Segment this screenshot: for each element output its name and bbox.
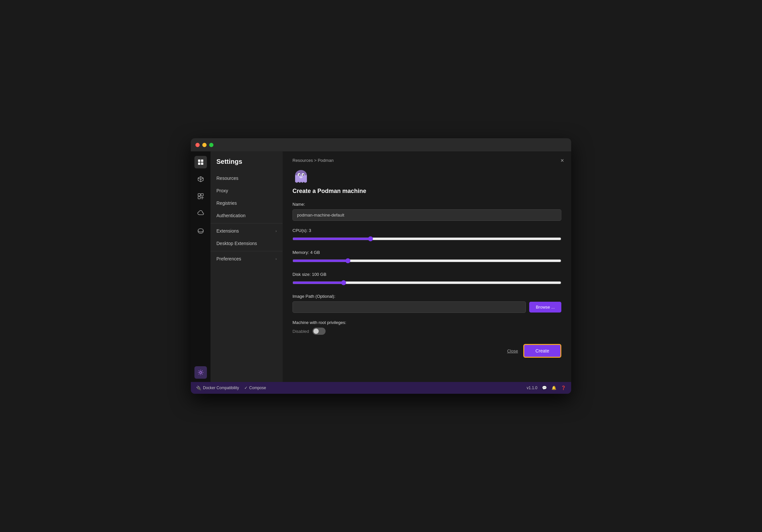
create-button[interactable]: Create (523, 344, 561, 358)
name-label: Name: (292, 202, 561, 207)
memory-slider-section: Memory: 4 GB (292, 250, 561, 265)
sidebar-divider-2 (210, 251, 283, 251)
nav-icon-volume[interactable] (194, 224, 207, 236)
svg-rect-5 (201, 194, 203, 196)
main-content: × Resources > Podman Create a Podman mac… (283, 151, 571, 382)
svg-rect-4 (198, 194, 200, 196)
root-privileges-label: Machine with root privileges: (292, 320, 561, 325)
svg-point-15 (299, 176, 303, 178)
close-button[interactable]: × (559, 156, 565, 166)
app-body: Settings Resources Proxy Registries Auth… (191, 151, 571, 382)
maximize-traffic-light[interactable] (209, 143, 213, 147)
browse-button[interactable]: Browse ... (529, 302, 561, 312)
sidebar-item-extensions-label: Extensions (216, 228, 239, 233)
status-bar: 🔌 Docker Compatibility ✓ Compose v1.1.0 … (191, 382, 571, 394)
cpu-label: CPU(s): 3 (292, 228, 561, 233)
nav-icon-cube[interactable] (194, 173, 207, 185)
sidebar-item-authentication-label: Authentication (216, 213, 246, 218)
svg-point-13 (299, 174, 300, 175)
svg-rect-0 (198, 160, 200, 162)
disk-slider[interactable] (292, 280, 561, 285)
chevron-right-icon: › (275, 229, 277, 233)
page-title: Create a Podman machine (292, 188, 561, 195)
sidebar-item-desktop-extensions[interactable]: Desktop Extensions (210, 237, 283, 250)
sidebar-item-extensions[interactable]: Extensions › (210, 225, 283, 237)
close-link-button[interactable]: Close (507, 349, 518, 354)
name-form-group: Name: (292, 202, 561, 221)
help-icon[interactable]: ❓ (561, 386, 566, 390)
compose-check-icon: ✓ (244, 386, 248, 390)
minimize-traffic-light[interactable] (202, 143, 206, 147)
sidebar-title: Settings (210, 158, 283, 172)
bell-icon[interactable]: 🔔 (552, 386, 557, 390)
podman-icon (292, 167, 310, 184)
breadcrumb: Resources > Podman (292, 158, 561, 163)
image-path-input[interactable] (292, 301, 526, 313)
cpu-slider-section: CPU(s): 3 (292, 228, 561, 243)
svg-rect-6 (198, 197, 200, 199)
toggle-row: Disabled (292, 328, 561, 335)
sidebar-item-resources[interactable]: Resources (210, 172, 283, 184)
nav-icon-settings[interactable] (194, 366, 207, 379)
svg-point-7 (198, 229, 203, 232)
sidebar-item-desktop-extensions-label: Desktop Extensions (216, 241, 257, 246)
compose-item[interactable]: ✓ Compose (244, 386, 266, 390)
app-window: Settings Resources Proxy Registries Auth… (191, 138, 571, 394)
sidebar-item-proxy-label: Proxy (216, 188, 228, 193)
image-path-label: Image Path (Optional): (292, 294, 561, 299)
icon-bar-bottom (194, 366, 207, 379)
disk-slider-section: Disk size: 100 GB (292, 272, 561, 287)
svg-rect-1 (201, 160, 203, 162)
chevron-right-icon-preferences: › (275, 257, 277, 261)
icon-bar (191, 151, 210, 382)
toggle-knob (313, 329, 319, 334)
svg-point-14 (303, 174, 304, 175)
docker-compat-label: Docker Compatibility (203, 386, 239, 390)
cpu-slider[interactable] (292, 236, 561, 241)
root-privileges-form-group: Machine with root privileges: Disabled (292, 320, 561, 335)
sidebar-item-authentication[interactable]: Authentication (210, 209, 283, 222)
image-path-form-group: Image Path (Optional): Browse ... (292, 294, 561, 313)
svg-rect-3 (201, 163, 203, 165)
sidebar-item-resources-label: Resources (216, 175, 238, 181)
compose-label: Compose (249, 386, 266, 390)
close-traffic-light[interactable] (195, 143, 200, 147)
chat-icon[interactable]: 💬 (542, 386, 547, 390)
docker-compat-item[interactable]: 🔌 Docker Compatibility (196, 386, 239, 390)
toggle-disabled-label: Disabled (292, 329, 309, 334)
traffic-lights (195, 143, 213, 147)
titlebar (191, 138, 571, 151)
svg-point-8 (200, 371, 202, 373)
version-label: v1.1.0 (527, 386, 537, 390)
svg-rect-2 (198, 163, 200, 165)
name-input[interactable] (292, 209, 561, 221)
nav-icon-cloud[interactable] (194, 207, 207, 220)
status-bar-right: v1.1.0 💬 🔔 ❓ (527, 386, 566, 390)
nav-icon-grid[interactable] (194, 156, 207, 168)
sidebar-item-registries-label: Registries (216, 200, 237, 206)
sidebar: Settings Resources Proxy Registries Auth… (210, 151, 283, 382)
memory-slider[interactable] (292, 258, 561, 263)
root-privileges-toggle[interactable] (313, 328, 326, 335)
sidebar-item-preferences[interactable]: Preferences › (210, 253, 283, 265)
docker-compat-icon: 🔌 (196, 386, 201, 390)
sidebar-item-preferences-label: Preferences (216, 256, 241, 261)
sidebar-item-registries[interactable]: Registries (210, 197, 283, 209)
image-path-row: Browse ... (292, 301, 561, 313)
memory-label: Memory: 4 GB (292, 250, 561, 255)
sidebar-divider-1 (210, 223, 283, 224)
sidebar-item-proxy[interactable]: Proxy (210, 184, 283, 197)
disk-label: Disk size: 100 GB (292, 272, 561, 277)
action-row: Close Create (292, 344, 561, 358)
nav-icon-extensions[interactable] (194, 190, 207, 202)
